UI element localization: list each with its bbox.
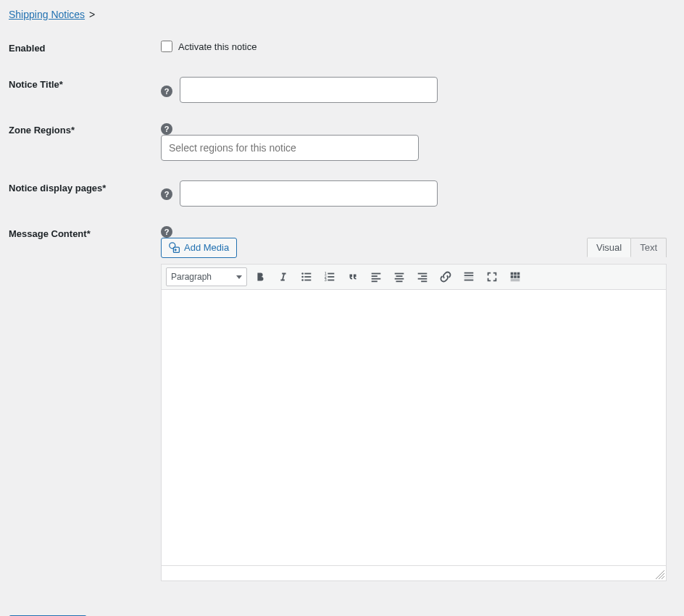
numbered-list-icon: 123 [323, 270, 336, 283]
bold-button[interactable] [250, 267, 270, 286]
help-icon[interactable]: ? [161, 188, 172, 200]
label-zone-regions: Zone Regions* [9, 114, 161, 172]
svg-rect-28 [464, 278, 474, 278]
svg-rect-31 [514, 272, 517, 275]
svg-rect-18 [395, 273, 404, 275]
display-pages-input[interactable] [180, 180, 438, 207]
svg-rect-16 [372, 278, 381, 280]
zone-regions-select[interactable]: Select regions for this notice [161, 135, 419, 161]
editor-status-bar [162, 565, 666, 580]
resize-handle-icon[interactable] [655, 570, 665, 580]
svg-rect-26 [464, 272, 474, 274]
add-media-button[interactable]: Add Media [161, 238, 237, 258]
svg-rect-14 [372, 273, 381, 275]
svg-rect-3 [304, 273, 311, 275]
fullscreen-button[interactable] [482, 267, 502, 286]
svg-rect-23 [421, 275, 427, 277]
italic-icon [277, 270, 290, 283]
svg-rect-17 [372, 281, 378, 283]
align-right-button[interactable] [412, 267, 433, 286]
svg-text:3: 3 [325, 278, 327, 282]
align-right-icon [416, 270, 429, 283]
breadcrumb-separator: > [89, 9, 95, 20]
enabled-checkbox[interactable] [161, 41, 172, 52]
read-more-icon [462, 270, 475, 283]
svg-rect-5 [304, 276, 311, 278]
format-select[interactable]: Paragraph [166, 267, 247, 286]
format-select-label: Paragraph [171, 272, 212, 282]
svg-rect-36 [511, 279, 520, 282]
svg-point-2 [301, 272, 304, 275]
blockquote-button[interactable] [343, 267, 363, 286]
align-left-button[interactable] [366, 267, 386, 286]
breadcrumb: Shipping Notices > [9, 6, 677, 32]
editor-toolbar: Paragraph [162, 265, 666, 290]
enabled-checkbox-label[interactable]: Activate this notice [178, 41, 256, 52]
svg-rect-30 [511, 272, 514, 275]
label-enabled: Enabled [9, 32, 161, 68]
svg-rect-22 [418, 273, 428, 275]
toolbar-toggle-button[interactable] [505, 267, 525, 286]
svg-rect-21 [396, 281, 403, 283]
media-icon [169, 242, 180, 254]
help-icon[interactable]: ? [161, 86, 172, 97]
label-message-content: Message Content* [9, 217, 161, 593]
svg-rect-9 [328, 273, 334, 275]
toolbar-toggle-icon [509, 270, 522, 283]
label-display-pages: Notice display pages* [9, 172, 161, 217]
rich-text-editor: Paragraph [161, 264, 667, 581]
bullet-list-icon [300, 270, 313, 283]
caret-down-icon [236, 275, 242, 279]
align-center-icon [393, 270, 406, 283]
link-button[interactable] [435, 267, 456, 286]
numbered-list-button[interactable]: 123 [320, 267, 340, 286]
svg-rect-32 [517, 272, 520, 275]
svg-rect-33 [511, 275, 514, 278]
svg-rect-35 [517, 275, 520, 278]
quote-icon [346, 270, 359, 283]
notice-title-input[interactable] [180, 77, 438, 103]
bullet-list-button[interactable] [296, 267, 317, 286]
align-left-icon [370, 270, 383, 283]
svg-point-4 [301, 276, 304, 278]
svg-rect-24 [418, 278, 428, 280]
read-more-button[interactable] [459, 267, 479, 286]
svg-point-6 [301, 279, 304, 281]
editor-content-area[interactable] [162, 290, 666, 565]
label-notice-title: Notice Title* [9, 68, 161, 114]
svg-rect-25 [421, 281, 427, 283]
svg-rect-29 [464, 280, 474, 281]
help-icon[interactable]: ? [161, 123, 172, 135]
italic-button[interactable] [273, 267, 293, 286]
svg-rect-11 [328, 276, 334, 278]
align-center-button[interactable] [389, 267, 409, 286]
svg-rect-7 [304, 280, 311, 281]
svg-rect-27 [464, 275, 474, 276]
tab-text[interactable]: Text [630, 238, 667, 257]
fullscreen-icon [485, 270, 499, 283]
svg-rect-13 [328, 280, 334, 281]
svg-rect-20 [395, 278, 404, 280]
help-icon[interactable]: ? [161, 226, 172, 238]
add-media-label: Add Media [184, 241, 229, 254]
tab-visual[interactable]: Visual [587, 238, 631, 257]
link-icon [439, 270, 452, 283]
svg-rect-19 [396, 275, 403, 277]
svg-rect-15 [372, 275, 378, 277]
svg-rect-34 [514, 275, 517, 278]
breadcrumb-link[interactable]: Shipping Notices [9, 9, 85, 20]
bold-icon [254, 270, 267, 283]
